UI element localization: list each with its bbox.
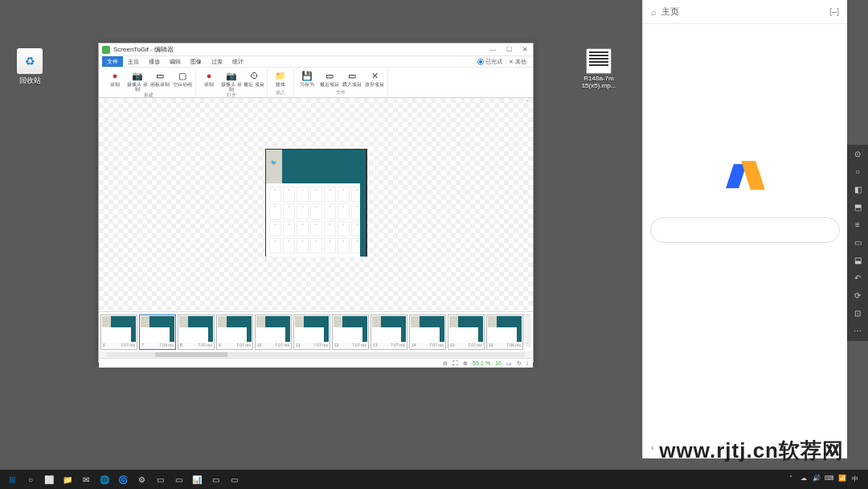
taskbar-item[interactable]: ○ (22, 471, 39, 487)
taskbar-item[interactable]: ▭ (225, 471, 243, 487)
vtool-item[interactable]: ≡ (851, 219, 864, 232)
taskbar-item[interactable]: 🌐 (96, 471, 113, 487)
tray-icon[interactable]: ☁ (799, 475, 809, 484)
recycle-label: 回收站 (10, 76, 50, 86)
timeline-frame[interactable]: 147.07 ms (409, 314, 446, 350)
recycle-bin[interactable]: 回收站 (10, 48, 50, 86)
timeline-frame[interactable]: 157.07 ms (448, 314, 485, 350)
resize-grip[interactable]: ⁞ (526, 360, 528, 367)
zoom-in[interactable]: ⊕ (463, 360, 468, 367)
desktop-file[interactable]: R148a-7m 15(x5).mp... (579, 48, 619, 90)
timeline-frame[interactable]: 87.07 ms (178, 314, 215, 350)
frame-thumb (295, 316, 329, 342)
tray-icon[interactable]: 中 (850, 475, 860, 484)
vtool-item[interactable]: ⋯ (851, 325, 864, 338)
timeline-frame[interactable]: 167.06 ms (486, 314, 523, 350)
ribbon: ●录制 📷摄像头 录制 ▭画板录制 ▢空白动画 新建 ●录制 📷摄像头 录制 ⏲… (99, 68, 533, 98)
close-button[interactable]: ✕ (520, 45, 530, 55)
webcam-button[interactable]: 📷摄像头 录制 (127, 69, 148, 92)
titlebar[interactable]: ScreenToGif - 编辑器 — ☐ ✕ (99, 43, 533, 56)
taskbar-item[interactable]: ✉ (77, 471, 95, 487)
saveas-button[interactable]: 💾另存为 (297, 69, 317, 87)
app-icon (102, 46, 110, 54)
tab-file[interactable]: 文件 (102, 56, 123, 67)
vtool-item[interactable]: ○ (851, 166, 864, 179)
icon-grid: ▫▫▫▫▫▫▫ ▫▫▫▫▫▫▫ ▫▫▫▫▫▫▫ ▫▫▫▫▫▫▫ (269, 187, 363, 253)
h-scrollbar[interactable] (99, 351, 533, 358)
taskbar-item[interactable]: 📊 (188, 471, 206, 487)
timeline[interactable]: 67.07 ms77.04 ms87.07 ms97.07 ms107.07 m… (99, 311, 533, 351)
board-button[interactable]: ▭画板录制 (149, 69, 170, 92)
taskbar-item[interactable]: 📁 (59, 471, 76, 487)
taskbar-item[interactable]: 🌀 (114, 471, 132, 487)
tray-icon[interactable]: 🔊 (812, 475, 821, 484)
timeline-frame[interactable]: 97.07 ms (216, 314, 253, 350)
zoom-fit[interactable]: ⛶ (452, 360, 458, 366)
tab-home[interactable]: 主页 (123, 56, 144, 67)
frame-thumb (488, 316, 522, 342)
vtool-item[interactable]: ⊙ (851, 148, 864, 161)
webcam2-button[interactable]: 📷摄像头 录制 (221, 69, 242, 92)
timeline-frame[interactable]: 127.07 ms (332, 314, 369, 350)
scroll-up-icon[interactable]: ˄ (523, 100, 531, 108)
vtool-item[interactable]: ↶ (851, 272, 864, 285)
back-icon[interactable]: ‹ (651, 442, 654, 452)
zoom-out[interactable]: ⊖ (443, 360, 448, 367)
scroll-thumb[interactable] (155, 352, 227, 357)
timeline-frame[interactable]: 77.04 ms (139, 314, 176, 350)
timeline-frame[interactable]: 117.07 ms (293, 314, 330, 350)
system-tray[interactable]: ˄☁🔊⌨📶中 (786, 475, 865, 484)
search-icon[interactable]: ⌕ (651, 7, 657, 17)
chip-file-icon (586, 48, 612, 74)
recent-proj-button[interactable]: ▭最近项目 (319, 69, 340, 87)
taskbar-item[interactable]: ▭ (207, 471, 224, 487)
tray-icon[interactable]: ⌨ (825, 475, 834, 484)
taskbar-item[interactable]: ▭ (151, 471, 169, 487)
vtool-item[interactable]: ⬒ (851, 201, 864, 214)
tab-other[interactable]: ✕ 其他 (506, 58, 530, 66)
minimize-button[interactable]: — (488, 45, 497, 55)
timeline-scroll[interactable]: ˄˅ (523, 314, 531, 347)
record-button[interactable]: ●录制 (104, 69, 125, 92)
vtool-item[interactable]: ⟳ (851, 290, 864, 302)
taskbar: ⊞○⬜📁✉🌐🌀⚙▭▭📊▭▭ ˄☁🔊⌨📶中 (0, 470, 868, 489)
maximize-button[interactable]: ☐ (504, 45, 514, 55)
discard-button[interactable]: ✕放弃项目 (364, 69, 385, 87)
timeline-frame[interactable]: 67.07 ms (100, 314, 137, 350)
tab-transition[interactable]: 过渡 (207, 56, 227, 67)
vtool-item[interactable]: ◧ (851, 183, 864, 196)
ribbon-group-insert: 📁媒体 插入 (268, 69, 294, 97)
tab-play[interactable]: 播放 (144, 56, 165, 67)
taskbar-item[interactable]: ▭ (170, 471, 187, 487)
tray-icon[interactable]: ˄ (786, 475, 796, 484)
load-proj-button[interactable]: ▭载入项目 (342, 69, 362, 87)
vtool-item[interactable]: ▭ (851, 236, 864, 249)
tab-edit[interactable]: 编辑 (165, 56, 186, 67)
media-button[interactable]: 📁媒体 (270, 69, 291, 87)
start-button[interactable]: ⊞ (3, 471, 21, 487)
frame-thumb (449, 316, 483, 342)
timeline-frame[interactable]: 107.07 ms (255, 314, 292, 350)
blank-button[interactable]: ▢空白动画 (172, 69, 193, 92)
tab-done[interactable]: 已完成 (474, 58, 506, 66)
side-search-input[interactable] (650, 217, 840, 243)
recent-button[interactable]: ⏲最近 项目 (244, 69, 264, 92)
vtool-item[interactable]: ⊡ (851, 307, 864, 320)
taskbar-item[interactable]: ⬜ (40, 471, 58, 487)
timeline-frame[interactable]: 137.07 ms (371, 314, 407, 350)
vtool-item[interactable]: ⬓ (851, 254, 864, 267)
taskbar-item[interactable]: ⚙ (133, 471, 150, 487)
loop-icon[interactable]: ↻ (517, 360, 522, 367)
canvas[interactable]: ˄ 🐦 ▫▫▫▫▫▫▫ ▫▫▫▫▫▫▫ ▫▫▫▫▫▫▫ ▫▫▫▫▫▫▫ (99, 98, 533, 311)
record2-button[interactable]: ●录制 (199, 69, 219, 92)
frames-icon[interactable]: ▭ (506, 360, 512, 367)
ribbon-group-file: 💾另存为 ▭最近项目 ▭载入项目 ✕放弃项目 文件 (294, 69, 388, 97)
preview-window: ▫▫▫▫▫▫▫ ▫▫▫▫▫▫▫ ▫▫▫▫▫▫▫ ▫▫▫▫▫▫▫ (266, 183, 366, 257)
tray-icon[interactable]: 📶 (837, 475, 847, 484)
tab-stats[interactable]: 统计 (227, 56, 248, 67)
tab-image[interactable]: 图像 (186, 56, 207, 67)
frame-thumb (256, 316, 290, 342)
desktop-file-label: R148a-7m 15(x5).mp... (579, 76, 619, 90)
collapse-button[interactable]: [‒] (829, 7, 839, 16)
ribbon-tabs: 文件 主页 播放 编辑 图像 过渡 统计 已完成 ✕ 其他 (99, 56, 533, 68)
